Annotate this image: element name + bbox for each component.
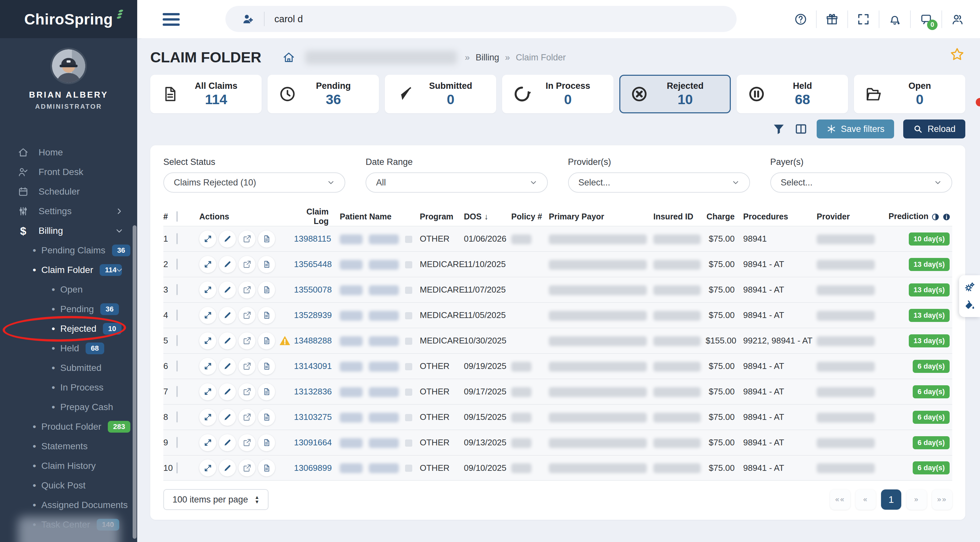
row-checkbox[interactable]: [177, 233, 178, 244]
sidebar-item-assigned-documents[interactable]: •Assigned Documents: [0, 495, 137, 515]
expand-action-button[interactable]: [199, 230, 216, 248]
expand-action-button[interactable]: [199, 307, 216, 324]
expand-action-button[interactable]: [199, 459, 216, 476]
fullscreen-icon[interactable]: [848, 13, 879, 26]
breadcrumb-billing[interactable]: Billing: [476, 52, 499, 63]
document-action-button[interactable]: [258, 459, 275, 476]
external-link-action-button[interactable]: [239, 307, 255, 324]
sidebar-item-scheduler[interactable]: Scheduler: [0, 182, 137, 202]
edit-action-button[interactable]: [219, 307, 236, 324]
claim-log-link[interactable]: 13069899: [294, 463, 332, 473]
home-icon[interactable]: [282, 51, 295, 64]
help-icon[interactable]: [785, 13, 816, 26]
row-checkbox[interactable]: [177, 412, 178, 423]
document-action-button[interactable]: [258, 281, 275, 299]
claim-log-link[interactable]: 13488288: [294, 335, 332, 345]
filter-select-payer-s[interactable]: Select...: [770, 172, 952, 192]
patient-profile-icon[interactable]: [405, 439, 412, 447]
document-action-button[interactable]: [258, 409, 275, 426]
external-link-action-button[interactable]: [239, 230, 255, 248]
external-link-action-button[interactable]: [239, 459, 255, 476]
expand-action-button[interactable]: [199, 256, 216, 273]
chat-icon[interactable]: 0: [911, 13, 942, 26]
document-action-button[interactable]: [258, 307, 275, 324]
claim-log-link[interactable]: 13528939: [294, 310, 332, 320]
users-icon[interactable]: [942, 13, 973, 26]
patient-profile-icon[interactable]: [405, 389, 412, 396]
external-link-action-button[interactable]: [239, 383, 255, 400]
external-link-action-button[interactable]: [239, 281, 255, 299]
prev-page-button[interactable]: «: [856, 490, 876, 510]
row-checkbox[interactable]: [177, 335, 178, 346]
row-checkbox[interactable]: [177, 310, 178, 321]
filter-icon[interactable]: [772, 122, 785, 135]
paint-bucket-icon[interactable]: [964, 299, 975, 311]
claim-log-link[interactable]: 13091664: [294, 437, 332, 447]
external-link-action-button[interactable]: [239, 332, 255, 350]
edit-action-button[interactable]: [219, 281, 236, 299]
filter-select-select-status[interactable]: Claims Rejected (10): [163, 172, 345, 192]
claim-log-link[interactable]: 13103275: [294, 412, 332, 422]
select-all-checkbox[interactable]: [177, 211, 178, 222]
sidebar-item-prepay-cash[interactable]: •Prepay Cash: [0, 397, 137, 417]
first-page-button[interactable]: ««: [830, 490, 850, 510]
row-checkbox[interactable]: [177, 437, 178, 448]
notifications-icon[interactable]: [880, 13, 910, 26]
filter-select-date-range[interactable]: All: [366, 172, 547, 192]
expand-action-button[interactable]: [199, 332, 216, 350]
patient-profile-icon[interactable]: [405, 236, 412, 243]
external-link-action-button[interactable]: [239, 409, 255, 426]
sort-desc-icon[interactable]: ↓: [484, 212, 488, 221]
hamburger-icon[interactable]: [163, 13, 180, 26]
status-card-rejected[interactable]: Rejected10: [619, 75, 731, 113]
expand-action-button[interactable]: [199, 383, 216, 400]
info-icon[interactable]: [942, 213, 951, 221]
search-input[interactable]: [274, 14, 737, 24]
sidebar-item-billing[interactable]: $Billing: [0, 221, 137, 241]
sidebar-item-settings[interactable]: Settings: [0, 202, 137, 221]
patient-profile-icon[interactable]: [405, 414, 412, 421]
sidebar-item-claim-history[interactable]: •Claim History: [0, 456, 137, 476]
filter-select-provider-s[interactable]: Select...: [568, 172, 750, 192]
last-page-button[interactable]: »»: [932, 490, 952, 510]
edit-action-button[interactable]: [219, 383, 236, 400]
edit-action-button[interactable]: [219, 358, 236, 375]
sidebar-item-rejected[interactable]: •Rejected10: [0, 319, 137, 339]
prediction-toggle-icon[interactable]: [931, 213, 940, 221]
columns-icon[interactable]: [794, 122, 808, 135]
next-page-button[interactable]: »: [907, 490, 927, 510]
sidebar-item-pending-claims[interactable]: •Pending Claims36: [0, 241, 137, 260]
row-checkbox[interactable]: [177, 284, 178, 295]
page-1-button[interactable]: 1: [881, 490, 901, 510]
patient-profile-icon[interactable]: [405, 363, 412, 370]
avatar[interactable]: [52, 49, 85, 83]
patient-profile-icon[interactable]: [405, 338, 412, 345]
sidebar-item-pending[interactable]: •Pending36: [0, 299, 137, 319]
external-link-action-button[interactable]: [239, 434, 255, 451]
sidebar-item-statements[interactable]: •Statements: [0, 437, 137, 456]
sidebar-item-open[interactable]: •Open: [0, 280, 137, 299]
sidebar-item-in-process[interactable]: •In Process: [0, 378, 137, 397]
status-card-held[interactable]: Held68: [737, 75, 848, 113]
status-card-in-process[interactable]: In Process0: [502, 75, 614, 113]
status-card-pending[interactable]: Pending36: [267, 75, 379, 113]
sidebar-item-submitted[interactable]: •Submitted: [0, 358, 137, 378]
row-checkbox[interactable]: [177, 463, 178, 474]
edit-action-button[interactable]: [219, 409, 236, 426]
document-action-button[interactable]: [258, 358, 275, 375]
document-action-button[interactable]: [258, 256, 275, 273]
expand-action-button[interactable]: [199, 409, 216, 426]
items-per-page-select[interactable]: 100 items per page ▲▼: [163, 489, 269, 510]
edit-action-button[interactable]: [219, 434, 236, 451]
edit-action-button[interactable]: [219, 256, 236, 273]
row-checkbox[interactable]: [177, 361, 178, 372]
status-card-all-claims[interactable]: All Claims114: [150, 75, 262, 113]
sidebar-item-product-folder[interactable]: •Product Folder283: [0, 417, 137, 437]
patient-profile-icon[interactable]: [405, 261, 412, 269]
edit-action-button[interactable]: [219, 332, 236, 350]
gears-icon[interactable]: [964, 281, 975, 293]
patient-profile-icon[interactable]: [405, 465, 412, 472]
gift-icon[interactable]: [817, 13, 847, 26]
sidebar-scrollbar[interactable]: [133, 225, 137, 539]
external-link-action-button[interactable]: [239, 358, 255, 375]
